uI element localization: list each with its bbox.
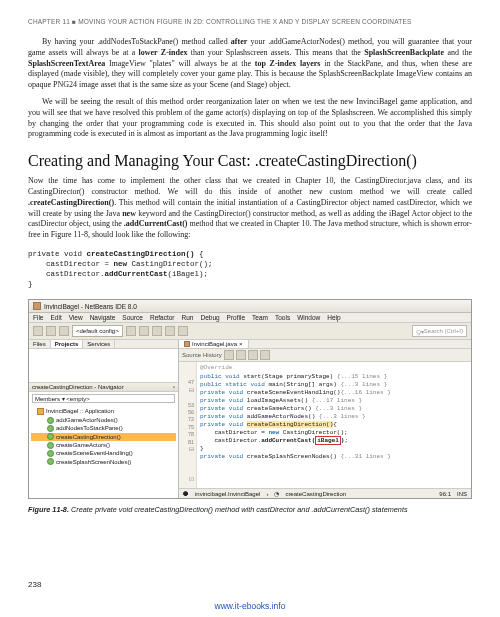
ide-body: FilesProjectsServices createCastingDirec… bbox=[29, 340, 471, 498]
status-insert: INS bbox=[457, 491, 467, 497]
editor-tabs[interactable]: InvinciBagel.java × bbox=[179, 340, 471, 349]
tree-item[interactable]: createCastingDirection() bbox=[31, 433, 176, 441]
menu-item[interactable]: File bbox=[33, 314, 43, 321]
status-class-icon: 🞧 bbox=[183, 491, 189, 497]
history-tab[interactable]: History bbox=[203, 352, 222, 358]
toolbar-button[interactable] bbox=[139, 326, 149, 336]
footer-link[interactable]: www.it-ebooks.info bbox=[0, 601, 500, 611]
toolbar-button[interactable] bbox=[248, 350, 258, 360]
ide-menubar[interactable]: FileEditViewNavigateSourceRefactorRunDeb… bbox=[29, 313, 471, 323]
toolbar-button[interactable] bbox=[152, 326, 162, 336]
section-title: Creating and Managing Your Cast: .create… bbox=[28, 152, 472, 170]
tree-item-label: createCastingDirection() bbox=[56, 433, 121, 441]
toolbar-button[interactable] bbox=[46, 326, 56, 336]
editor-tab[interactable]: InvinciBagel.java × bbox=[179, 340, 249, 348]
figure-caption: Figure 11-8. Create private void createC… bbox=[28, 505, 472, 514]
lead-paragraph: Now the time has come to implement the o… bbox=[28, 176, 472, 241]
app-icon bbox=[33, 302, 41, 310]
editor-tab-label: InvinciBagel.java bbox=[192, 341, 237, 347]
status-class: invincibagel.InvinciBagel bbox=[195, 491, 260, 497]
editor-body: 47⊟ 535672757881⊟ ⊡ @Override public voi… bbox=[179, 362, 471, 488]
code-area[interactable]: @Override public void start(Stage primar… bbox=[197, 362, 471, 488]
ide-window: InvinciBagel - NetBeans IDE 8.0 FileEdit… bbox=[28, 299, 472, 499]
toolbar-button[interactable] bbox=[260, 350, 270, 360]
line-gutter: 47⊟ 535672757881⊟ ⊡ bbox=[179, 362, 197, 488]
toolbar-button[interactable] bbox=[126, 326, 136, 336]
navigator-tree[interactable]: InvinciBagel :: ApplicationaddGameActorN… bbox=[29, 405, 178, 468]
menu-item[interactable]: Profile bbox=[227, 314, 245, 321]
file-icon bbox=[184, 341, 190, 347]
search-input[interactable]: Q▾ Search (Ctrl+I) bbox=[412, 325, 467, 337]
toolbar-button[interactable] bbox=[165, 326, 175, 336]
menu-item[interactable]: Source bbox=[122, 314, 143, 321]
toolbar-button[interactable] bbox=[33, 326, 43, 336]
body-paragraph-1: By having your .addNodesToStackPane() me… bbox=[28, 37, 472, 91]
tree-item-label: createGameActors() bbox=[56, 441, 110, 449]
ide-editor-panel: InvinciBagel.java × Source History 47⊟ 5… bbox=[179, 340, 471, 498]
tree-item[interactable]: addNodesToStackPane() bbox=[31, 424, 176, 432]
toolbar-button[interactable] bbox=[178, 326, 188, 336]
tree-item-label: createSplashScreenNodes() bbox=[56, 458, 131, 466]
tree-item[interactable]: InvinciBagel :: Application bbox=[31, 407, 176, 415]
menu-item[interactable]: Navigate bbox=[90, 314, 116, 321]
left-tab[interactable]: Projects bbox=[51, 340, 84, 348]
menu-item[interactable]: Refactor bbox=[150, 314, 175, 321]
menu-item[interactable]: Edit bbox=[50, 314, 61, 321]
statusbar: 🞧 invincibagel.InvinciBagel › ◔ createCa… bbox=[179, 488, 471, 498]
toolbar-button[interactable] bbox=[236, 350, 246, 360]
menu-item[interactable]: Team bbox=[252, 314, 268, 321]
projects-pane bbox=[29, 349, 178, 383]
left-tab[interactable]: Services bbox=[83, 340, 115, 348]
code-block: private void createCastingDirection() { … bbox=[28, 249, 472, 290]
tree-item-label: addGameActorNodes() bbox=[56, 416, 118, 424]
ide-left-panel: FilesProjectsServices createCastingDirec… bbox=[29, 340, 179, 498]
tree-item-label: createSceneEventHandling() bbox=[56, 449, 133, 457]
chapter-header: CHAPTER 11 ■ MOVING YOUR ACTION FIGURE I… bbox=[28, 18, 472, 25]
config-combo[interactable]: <default config> bbox=[72, 325, 123, 337]
tree-item-label: addNodesToStackPane() bbox=[56, 424, 123, 432]
left-tab[interactable]: Files bbox=[29, 340, 51, 348]
body-paragraph-2: We will be seeing the result of this met… bbox=[28, 97, 472, 140]
menu-item[interactable]: Help bbox=[327, 314, 340, 321]
search-placeholder: Search (Ctrl+I) bbox=[424, 328, 463, 334]
menu-item[interactable]: Debug bbox=[200, 314, 219, 321]
page-number: 238 bbox=[28, 580, 41, 589]
method-icon bbox=[47, 425, 54, 432]
ide-toolbar[interactable]: <default config> Q▾ Search (Ctrl+I) bbox=[29, 323, 471, 340]
menu-item[interactable]: Run bbox=[182, 314, 194, 321]
toolbar-button[interactable] bbox=[59, 326, 69, 336]
tree-item[interactable]: addGameActorNodes() bbox=[31, 416, 176, 424]
navigator-header: createCastingDirection - Navigator▫ bbox=[29, 383, 178, 392]
method-icon bbox=[47, 458, 54, 465]
window-title: InvinciBagel - NetBeans IDE 8.0 bbox=[44, 303, 137, 310]
navigator-title: createCastingDirection - Navigator bbox=[32, 384, 124, 390]
status-position: 96:1 bbox=[439, 491, 451, 497]
menu-item[interactable]: Window bbox=[297, 314, 320, 321]
panel-controls-icon[interactable]: ▫ bbox=[173, 384, 175, 390]
class-icon bbox=[37, 408, 44, 415]
ide-titlebar: InvinciBagel - NetBeans IDE 8.0 bbox=[29, 300, 471, 313]
status-method: createCastingDirection bbox=[285, 491, 346, 497]
toolbar-button[interactable] bbox=[224, 350, 234, 360]
tree-item[interactable]: createSceneEventHandling() bbox=[31, 449, 176, 457]
left-tabs[interactable]: FilesProjectsServices bbox=[29, 340, 178, 349]
tree-item-label: InvinciBagel :: Application bbox=[46, 407, 114, 415]
tree-item[interactable]: createSplashScreenNodes() bbox=[31, 458, 176, 466]
method-icon bbox=[47, 417, 54, 424]
status-method-icon: ◔ bbox=[274, 490, 279, 497]
tree-item[interactable]: createGameActors() bbox=[31, 441, 176, 449]
method-icon bbox=[47, 433, 54, 440]
method-icon bbox=[47, 442, 54, 449]
navigator-combo[interactable]: Members ▾ <empty> bbox=[32, 394, 175, 403]
source-tab[interactable]: Source bbox=[182, 352, 201, 358]
close-icon[interactable]: × bbox=[239, 341, 243, 347]
menu-item[interactable]: Tools bbox=[275, 314, 290, 321]
editor-toolbar[interactable]: Source History bbox=[179, 349, 471, 362]
menu-item[interactable]: View bbox=[69, 314, 83, 321]
method-icon bbox=[47, 450, 54, 457]
